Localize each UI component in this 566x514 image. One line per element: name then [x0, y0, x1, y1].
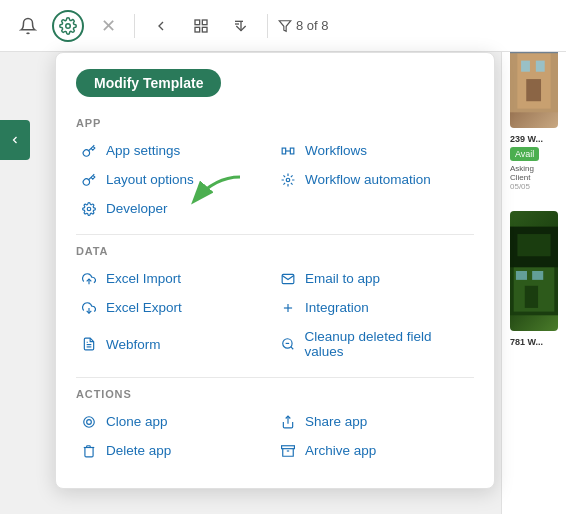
cleanup-item[interactable]: Cleanup deleted field values	[275, 323, 474, 365]
svg-rect-40	[525, 286, 538, 308]
clone-icon	[80, 415, 98, 429]
divider-data-actions	[76, 377, 474, 378]
settings-button[interactable]	[52, 10, 84, 42]
email-icon	[279, 272, 297, 286]
svg-point-24	[87, 419, 92, 424]
svg-point-0	[66, 23, 71, 28]
layout-options-label: Layout options	[106, 172, 194, 187]
svg-rect-42	[517, 234, 550, 256]
svg-marker-8	[279, 20, 291, 31]
svg-rect-2	[202, 20, 207, 25]
divider	[134, 14, 135, 38]
email-to-app-label: Email to app	[305, 271, 380, 286]
section-app-label: APP	[76, 117, 474, 129]
svg-point-13	[87, 207, 91, 211]
trash-icon	[80, 444, 98, 458]
svg-rect-33	[526, 79, 541, 101]
listing-image-2	[510, 211, 558, 331]
svg-rect-9	[282, 148, 286, 154]
developer-label: Developer	[106, 201, 168, 216]
integration-item[interactable]: Integration	[275, 294, 474, 321]
listing-client: Client	[510, 173, 558, 182]
app-settings-item[interactable]: App settings	[76, 137, 275, 164]
modify-template-button[interactable]: Modify Template	[76, 69, 221, 97]
webform-item[interactable]: Webform	[76, 323, 275, 365]
svg-rect-31	[521, 61, 530, 72]
top-bar: ✕ 8 of 8	[0, 0, 566, 52]
integration-icon	[279, 301, 297, 315]
excel-import-item[interactable]: Excel Import	[76, 265, 275, 292]
sort-button[interactable]	[225, 10, 257, 42]
svg-point-12	[286, 178, 290, 182]
excel-export-label: Excel Export	[106, 300, 182, 315]
workflows-item[interactable]: Workflows	[275, 137, 474, 164]
filter-badge[interactable]: 8 of 8	[278, 18, 329, 33]
close-button[interactable]: ✕	[92, 10, 124, 42]
svg-point-23	[84, 416, 95, 427]
upload-icon	[80, 272, 98, 286]
back-button[interactable]	[145, 10, 177, 42]
svg-rect-1	[195, 20, 200, 25]
listing-asking: Asking	[510, 164, 558, 173]
svg-rect-3	[195, 27, 200, 32]
divider-2	[267, 14, 268, 38]
listing-price-1: 239 W...	[510, 134, 558, 144]
svg-rect-38	[516, 271, 527, 280]
workflow-automation-label: Workflow automation	[305, 172, 431, 187]
webform-icon	[80, 337, 98, 351]
svg-line-21	[290, 347, 293, 350]
actions-menu-grid: Clone app Share app Delete app Archive a…	[76, 408, 474, 464]
workflow-automation-icon	[279, 173, 297, 187]
svg-rect-32	[536, 61, 545, 72]
notifications-button[interactable]	[12, 10, 44, 42]
right-panel: 239 W... Avail Asking Client 05/05 781 W…	[501, 0, 566, 514]
key-icon	[80, 144, 98, 158]
section-actions-label: ACTIONS	[76, 388, 474, 400]
delete-app-item[interactable]: Delete app	[76, 437, 275, 464]
archive-app-label: Archive app	[305, 443, 376, 458]
share-icon	[279, 415, 297, 429]
divider-app-data	[76, 234, 474, 235]
grid-view-button[interactable]	[185, 10, 217, 42]
svg-rect-4	[202, 27, 207, 32]
download-icon	[80, 301, 98, 315]
developer-item[interactable]: Developer	[76, 195, 275, 222]
listing-card-2: 781 W...	[502, 203, 566, 355]
app-menu-grid: App settings Workflows Layout options Wo…	[76, 137, 474, 222]
workflows-label: Workflows	[305, 143, 367, 158]
excel-export-item[interactable]: Excel Export	[76, 294, 275, 321]
data-menu-grid: Excel Import Email to app Excel Export I…	[76, 265, 474, 365]
svg-rect-26	[282, 445, 295, 448]
left-tab[interactable]	[0, 120, 30, 160]
clone-app-label: Clone app	[106, 414, 168, 429]
delete-app-label: Delete app	[106, 443, 171, 458]
cleanup-label: Cleanup deleted field values	[305, 329, 470, 359]
excel-import-label: Excel Import	[106, 271, 181, 286]
layout-icon	[80, 173, 98, 187]
listing-price-2: 781 W...	[510, 337, 558, 347]
email-to-app-item[interactable]: Email to app	[275, 265, 474, 292]
workflows-icon	[279, 144, 297, 158]
share-app-label: Share app	[305, 414, 367, 429]
workflow-automation-item[interactable]: Workflow automation	[275, 166, 474, 193]
share-app-item[interactable]: Share app	[275, 408, 474, 435]
available-badge: Avail	[510, 147, 539, 161]
app-settings-label: App settings	[106, 143, 180, 158]
cleanup-icon	[279, 337, 297, 351]
developer-icon	[80, 202, 98, 216]
dropdown-panel: Modify Template APP App settings Workflo…	[55, 52, 495, 489]
filter-count: 8 of 8	[296, 18, 329, 33]
archive-app-item[interactable]: Archive app	[275, 437, 474, 464]
svg-rect-10	[290, 148, 294, 154]
clone-app-item[interactable]: Clone app	[76, 408, 275, 435]
section-data-label: DATA	[76, 245, 474, 257]
layout-options-item[interactable]: Layout options	[76, 166, 275, 193]
listing-date: 05/05	[510, 182, 558, 191]
integration-label: Integration	[305, 300, 369, 315]
webform-label: Webform	[106, 337, 161, 352]
archive-icon	[279, 444, 297, 458]
svg-rect-39	[532, 271, 543, 280]
